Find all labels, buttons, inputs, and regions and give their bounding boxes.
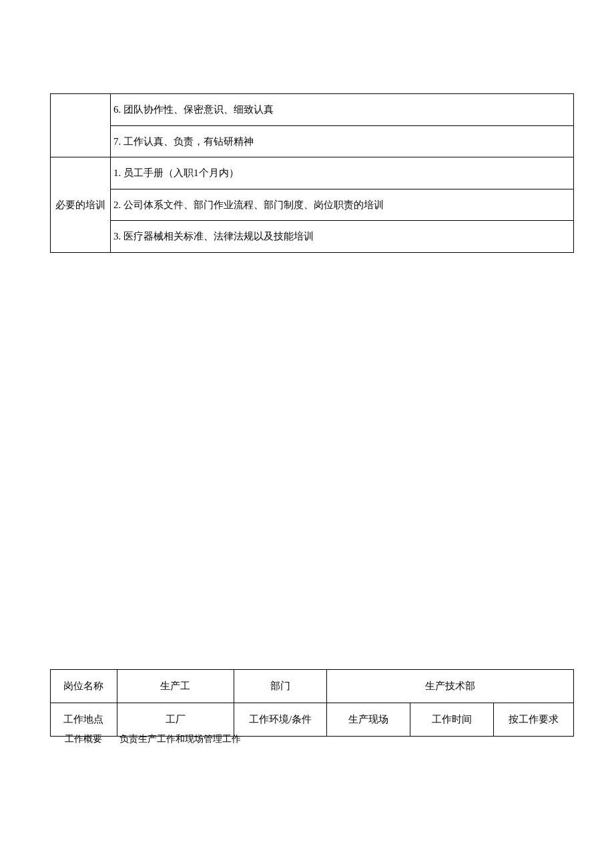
training-row-1: 1. 员工手册（入职1个月内） [111, 157, 574, 189]
training-row-2: 2. 公司体系文件、部门作业流程、部门制度、岗位职责的培训 [111, 189, 574, 221]
work-summary-row: 工作概要 负责生产工作和现场管理工作 [50, 732, 574, 747]
work-time-label: 工作时间 [410, 703, 494, 737]
work-summary-label: 工作概要 [50, 732, 117, 747]
position-info-table: 岗位名称 生产工 部门 生产技术部 工作地点 工厂 工作环境/条件 生产现场 工… [50, 669, 574, 737]
position-name-value: 生产工 [117, 670, 234, 703]
work-env-label: 工作环境/条件 [234, 703, 327, 737]
department-value: 生产技术部 [327, 670, 574, 703]
work-time-value: 按工作要求 [494, 703, 574, 737]
requirements-table: 6. 团队协作性、保密意识、细致认真 7. 工作认真、负责，有钻研精神 必要的培… [50, 93, 574, 253]
requirement-row-6: 6. 团队协作性、保密意识、细致认真 [111, 94, 574, 126]
department-label: 部门 [234, 670, 327, 703]
work-env-value: 生产现场 [327, 703, 410, 737]
training-label: 必要的培训 [51, 157, 111, 253]
requirement-row-7: 7. 工作认真、负责，有钻研精神 [111, 125, 574, 157]
work-location-value: 工厂 [117, 703, 234, 737]
training-row-3: 3. 医疗器械相关标准、法律法规以及技能培训 [111, 221, 574, 253]
work-location-label: 工作地点 [51, 703, 117, 737]
position-name-label: 岗位名称 [51, 670, 117, 703]
empty-label-cell [51, 94, 111, 157]
work-summary-value: 负责生产工作和现场管理工作 [117, 732, 244, 747]
